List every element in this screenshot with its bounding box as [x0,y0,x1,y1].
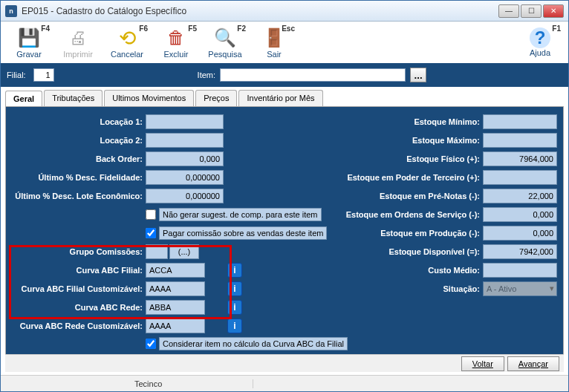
window-title: EP015 - Cadastro do Catálogo Específico [22,6,498,16]
grupo-comissoes-label: Grupo Comissões: [12,247,146,256]
tab-strip: Geral Tributações Ultimos Movimentos Pre… [1,87,568,106]
voltar-button[interactable]: Voltar [461,356,504,371]
desc-lote-label: Último % Desc. Lote Econômico: [12,192,146,200]
imprimir-button[interactable]: 🖨 Imprimir [54,23,102,62]
cancelar-button[interactable]: F6 ⟲ Cancelar [103,23,151,62]
estoque-terceiro-label: Estoque em Poder de Terceiro (+): [342,173,483,182]
item-label: Item: [198,71,215,79]
locacao1-field[interactable] [146,114,224,129]
gravar-button[interactable]: F4 💾 Gravar [5,23,53,62]
estoque-maximo-label: Estoque Máximo: [342,136,483,145]
tab-panel-geral: Locação 1: Estoque Mínimo: Locação 2: Es… [5,106,564,359]
estoque-terceiro-field[interactable] [483,170,557,185]
filter-band: Filial: Item: ... [1,63,568,87]
help-icon: ? [530,27,550,48]
estoque-fisico-field[interactable] [483,151,557,166]
hotkey-label: Esc [282,24,295,33]
window-titlebar: n EP015 - Cadastro do Catálogo Específic… [1,1,568,22]
maximize-button[interactable]: ☐ [521,4,542,18]
abc-filial-info[interactable]: i [227,263,242,278]
estoque-maximo-field[interactable] [483,133,557,148]
footer-bar: Voltar Avançar [5,354,564,372]
desc-lote-field[interactable] [146,189,224,203]
window-controls: — ☐ ✕ [498,4,564,18]
status-user: Tecinco [134,379,253,388]
close-button[interactable]: ✕ [543,4,564,18]
nao-gerar-label: Não gerar sugest. de comp. para este ite… [159,208,322,221]
estoque-producao-field[interactable] [483,226,557,241]
hotkey-label: F4 [41,24,50,33]
custo-medio-field[interactable] [483,263,557,278]
estoque-ordens-label: Estoque em Ordens de Serviço (-): [342,210,483,219]
considerar-abc-label: Considerar item no cálculo da Curva ABC … [159,337,348,350]
situacao-label: Situação: [342,284,483,293]
hotkey-label: F1 [552,24,561,33]
comissao-label: Pagar comissão sobre as vendas deste ite… [159,226,327,240]
undo-icon: ⟲ [115,26,139,50]
hotkey-label: F6 [139,24,148,33]
estoque-minimo-field[interactable] [483,114,557,129]
excluir-button[interactable]: F5 🗑 Excluir [152,23,200,62]
backorder-label: Back Order: [12,154,146,163]
desc-fidelidade-label: Último % Desc. Fidelidade: [12,173,146,182]
abc-rede-cust-field[interactable] [146,318,205,333]
grupo-comissoes-field[interactable] [146,244,168,259]
estoque-prenotas-field[interactable] [483,189,557,203]
estoque-producao-label: Estoque em Produção (-): [342,229,483,238]
abc-filial-cust-label: Curva ABC Filial Customizável: [12,284,146,293]
minimize-button[interactable]: — [498,4,519,18]
tab-ultimos-movimentos[interactable]: Ultimos Movimentos [104,90,194,106]
considerar-abc-checkbox[interactable] [146,339,156,349]
abc-filial-label: Curva ABC Filial: [12,266,146,275]
main-toolbar: F4 💾 Gravar 🖨 Imprimir F6 ⟲ Cancelar F5 … [1,22,568,63]
app-icon: n [5,5,17,17]
ajuda-button[interactable]: F1 ? Ajuda [516,23,564,62]
locacao2-field[interactable] [146,133,224,148]
estoque-prenotas-label: Estoque em Pré-Notas (-): [342,192,483,200]
hotkey-label: F2 [237,24,246,33]
filial-label: Filial: [7,71,26,79]
app-window: n EP015 - Cadastro do Catálogo Específic… [0,0,569,392]
pesquisa-button[interactable]: F2 🔍 Pesquisa [201,23,249,62]
tab-geral[interactable]: Geral [5,91,42,107]
abc-filial-cust-field[interactable] [146,281,205,296]
status-bar: Tecinco [1,375,568,391]
item-lookup-button[interactable]: ... [410,68,426,82]
abc-filial-field[interactable] [146,263,205,278]
locacao2-label: Locação 2: [12,136,146,145]
desc-fidelidade-field[interactable] [146,170,224,185]
abc-rede-label: Curva ABC Rede: [12,303,146,312]
abc-rede-info[interactable]: i [227,300,242,315]
estoque-disponivel-field[interactable] [483,244,557,259]
abc-rede-cust-label: Curva ABC Rede Customizável: [12,321,146,330]
print-icon: 🖨 [66,26,90,50]
abc-rede-cust-info[interactable]: i [227,318,242,333]
abc-filial-cust-info[interactable]: i [227,281,242,296]
nao-gerar-checkbox[interactable] [146,209,156,220]
filial-field[interactable] [33,68,54,82]
estoque-ordens-field[interactable] [483,207,557,222]
tab-precos[interactable]: Preços [195,90,237,106]
hotkey-label: F5 [188,24,197,33]
estoque-fisico-label: Estoque Físico (+): [342,154,483,163]
item-field[interactable] [220,68,406,82]
situacao-select[interactable]: A - Ativo [483,281,557,296]
tab-tributacoes[interactable]: Tributações [44,90,103,106]
grupo-comissoes-lookup[interactable]: (...) [169,244,199,259]
estoque-disponivel-label: Estoque Disponível (=): [342,247,483,256]
comissao-checkbox[interactable] [146,228,156,238]
locacao1-label: Locação 1: [12,117,146,126]
sair-button[interactable]: Esc 🚪 Sair [250,23,298,62]
estoque-minimo-label: Estoque Mínimo: [342,117,483,126]
custo-medio-label: Custo Médio: [342,266,483,275]
tab-inventario[interactable]: Inventário por Mês [238,90,322,106]
trash-icon: 🗑 [164,26,188,50]
save-icon: 💾 [17,26,41,50]
avancar-button[interactable]: Avançar [507,356,559,371]
abc-rede-field[interactable] [146,300,205,315]
backorder-field[interactable] [146,151,224,166]
search-icon: 🔍 [213,26,237,50]
